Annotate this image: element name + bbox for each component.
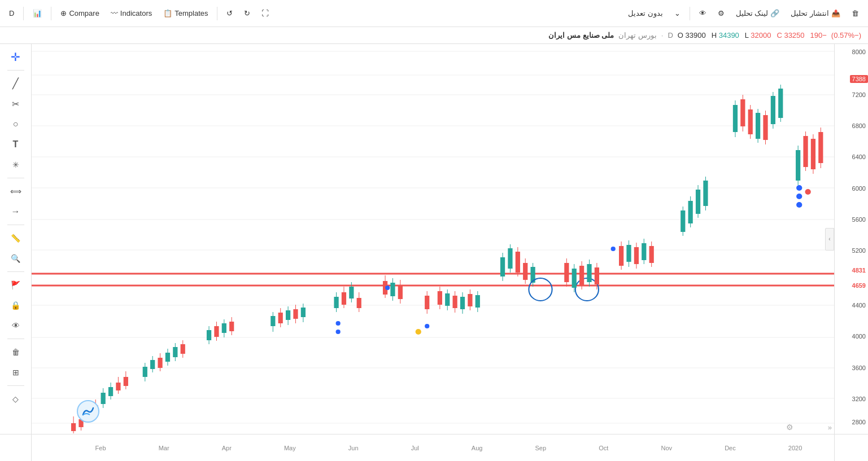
svg-rect-123 (642, 243, 646, 260)
svg-rect-129 (688, 201, 693, 223)
svg-rect-82 (445, 293, 450, 306)
fullscreen-button[interactable]: ⛶ (257, 7, 273, 20)
timeframe-label: D (9, 9, 14, 17)
indicators-button[interactable]: 〰 Indicators (106, 7, 156, 20)
svg-rect-51 (271, 316, 275, 326)
link-button[interactable]: 🔗 لينک تحليل (731, 7, 784, 20)
svg-rect-45 (214, 326, 219, 337)
symbol-dot: · (661, 31, 664, 39)
svg-rect-131 (696, 190, 700, 214)
eye-tool[interactable]: 👁 (6, 317, 26, 334)
gear-button[interactable]: ⚙ (713, 7, 729, 20)
link-label: لينک تحليل (736, 9, 769, 17)
svg-rect-49 (229, 322, 234, 331)
measure-tool[interactable]: ⟺ (6, 183, 26, 200)
line-tool[interactable]: ╱ (6, 75, 26, 92)
symbol-search-button[interactable]: بدون تعديل (623, 7, 668, 20)
svg-rect-73 (390, 283, 395, 296)
time-jul: Jul (411, 445, 419, 451)
candles-nov (619, 239, 654, 270)
svg-point-115 (611, 247, 616, 251)
svg-rect-86 (460, 297, 465, 309)
price-current-7388: 7388 (850, 75, 868, 83)
diamond-tool[interactable]: ◇ (6, 390, 26, 407)
price-2800: 2800 (852, 419, 866, 425)
time-2020: 2020 (788, 445, 802, 451)
redo-button[interactable]: ↻ (239, 7, 255, 20)
text-tool[interactable]: T (6, 136, 26, 153)
svg-rect-39 (173, 347, 177, 357)
svg-rect-23 (101, 393, 106, 404)
main-area: ✛ ╱ ✂ ○ T ✳ ⟺ → 📏 🔍 🚩 🔒 👁 🗑 ⊞ ◇ (0, 44, 868, 434)
svg-rect-25 (108, 387, 113, 396)
divider-2 (51, 7, 51, 20)
chart-container[interactable]: ‹ » ⚙ (32, 44, 834, 434)
svg-rect-65 (349, 287, 354, 298)
chart-settings-button[interactable]: ⚙ (786, 423, 793, 432)
svg-rect-75 (398, 286, 403, 299)
zoom-tool[interactable]: 🔍 (6, 250, 26, 267)
time-jun: Jun (348, 445, 359, 451)
svg-rect-41 (181, 344, 185, 354)
svg-rect-94 (500, 257, 505, 276)
price-5600: 5600 (852, 216, 866, 223)
bar-style-button[interactable]: 📊 (28, 7, 46, 20)
close-val: 33250 (784, 31, 804, 39)
price-6000: 6000 (852, 185, 866, 192)
publish-button[interactable]: 📤 انتشار تحليل (786, 7, 845, 20)
scissors-tool[interactable]: ✂ (6, 95, 26, 112)
time-axis: Feb Mar Apr May Jun Jul Aug Sep Oct Nov … (32, 434, 834, 461)
compare-label: Compare (69, 9, 99, 17)
svg-rect-35 (158, 358, 162, 368)
node-tool[interactable]: ✳ (6, 156, 26, 173)
eye-button[interactable]: 👁 (695, 7, 711, 20)
price-4000: 4000 (852, 333, 866, 340)
shapes-tool[interactable]: ○ (6, 116, 26, 133)
time-oct: Oct (599, 445, 608, 451)
high-label: H 34390 (712, 31, 740, 39)
compare-button[interactable]: ⊕ Compare (56, 7, 103, 20)
price-6800: 6800 (852, 122, 866, 129)
price-7200: 7200 (852, 91, 866, 98)
svg-point-77 (416, 329, 421, 335)
time-nov: Nov (661, 445, 672, 451)
crosshair-tool[interactable]: ✛ (6, 49, 26, 65)
dropdown-button[interactable]: ⌄ (670, 7, 685, 20)
ruler-tool[interactable]: 📏 (6, 230, 26, 247)
templates-icon: 📋 (163, 9, 172, 17)
lock-tool[interactable]: 🔒 (6, 297, 26, 314)
svg-rect-147 (778, 89, 783, 118)
timeframe-button[interactable]: D (5, 7, 19, 20)
templates-button[interactable]: 📋 Templates (159, 7, 212, 20)
svg-rect-98 (516, 252, 520, 273)
svg-rect-114 (595, 267, 599, 284)
bottom-right-spacer (834, 434, 868, 461)
flag-tool[interactable]: 🚩 (6, 276, 26, 293)
collapse-button[interactable]: ‹ (825, 228, 834, 251)
price-3200: 3200 (852, 396, 866, 402)
dropdown-icon: ⌄ (674, 9, 681, 17)
layers-tool[interactable]: ⊞ (6, 364, 26, 381)
expand-arrows-button[interactable]: » (828, 423, 832, 432)
price-4659: 4659 (852, 282, 866, 289)
lt-sep-3 (7, 225, 24, 225)
undo-button[interactable]: ↺ (222, 7, 237, 20)
svg-point-68 (336, 321, 341, 326)
symbol-exchange: بورس تهران (618, 31, 657, 39)
svg-rect-55 (286, 310, 290, 320)
candles-2020 (733, 85, 823, 208)
candles-jun (334, 282, 361, 334)
svg-rect-155 (803, 136, 808, 167)
svg-rect-88 (468, 294, 472, 306)
svg-rect-157 (811, 139, 815, 169)
time-apr: Apr (222, 445, 232, 451)
indicators-label: Indicators (120, 9, 152, 17)
svg-rect-112 (587, 264, 591, 282)
lt-sep-6 (7, 385, 24, 386)
low-label: L 32000 (745, 31, 773, 39)
arrow-tool[interactable]: → (6, 203, 26, 220)
divider-1 (23, 7, 24, 20)
trash-tool[interactable]: 🗑 (6, 344, 26, 361)
symbol-search-label: بدون تعديل (628, 9, 663, 17)
trash-button[interactable]: 🗑 (847, 7, 863, 20)
